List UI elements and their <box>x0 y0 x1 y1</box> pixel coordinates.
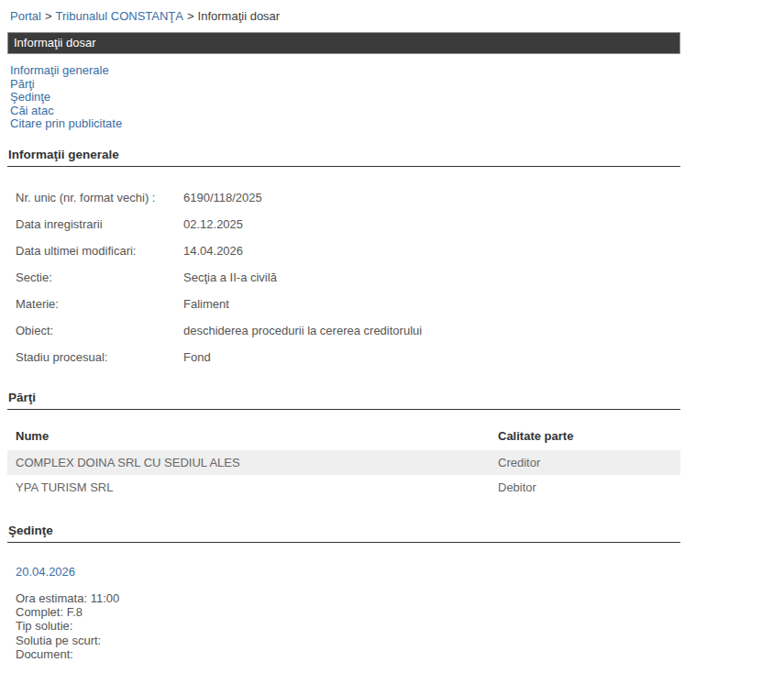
field-value: Faliment <box>183 297 229 311</box>
nav-link-sedinte[interactable]: Şedinţe <box>10 91 50 105</box>
nav-link-informatii-generale[interactable]: Informaţii generale <box>10 64 109 78</box>
party-role: Creditor <box>498 456 680 469</box>
breadcrumb: Portal>Tribunalul CONSTANŢA>Informaţii d… <box>10 9 688 23</box>
field-row-data-inregistrarii: Data inregistrarii 02.12.2025 <box>7 211 680 237</box>
party-name: COMPLEX DOINA SRL CU SEDIUL ALES <box>7 456 498 469</box>
field-row-obiect: Obiect: deschiderea procedurii la cerere… <box>7 317 680 344</box>
field-row-stadiu-procesual: Stadiu procesual: Fond <box>7 344 680 370</box>
hearing-detail-tip-solutie: Tip solutie: <box>16 619 688 633</box>
field-label: Data ultimei modificari: <box>16 244 183 258</box>
hearing-date-link[interactable]: 20.04.2026 <box>16 565 75 579</box>
hearing-detail-document: Document: <box>16 647 688 661</box>
field-row-nr-unic: Nr. unic (nr. format vechi) : 6190/118/2… <box>7 184 680 211</box>
field-label: Stadiu procesual: <box>16 350 183 364</box>
nav-link-citare-prin-publicitate[interactable]: Citare prin publicitate <box>10 117 122 131</box>
breadcrumb-link-court[interactable]: Tribunalul CONSTANŢA <box>56 9 183 23</box>
page-title: Informaţii dosar <box>14 36 96 50</box>
table-row: COMPLEX DOINA SRL CU SEDIUL ALES Credito… <box>7 450 680 475</box>
table-row: YPA TURISM SRL Debitor <box>7 475 680 500</box>
breadcrumb-link-portal[interactable]: Portal <box>10 9 41 23</box>
section-nav: Informaţii generale Părţi Şedinţe Căi at… <box>10 64 688 131</box>
page-title-bar: Informaţii dosar <box>7 32 680 54</box>
field-label: Data inregistrarii <box>16 217 183 231</box>
field-label: Sectie: <box>16 270 183 284</box>
hearing-detail-complet: Complet: F.8 <box>16 605 688 619</box>
hearing-item: 20.04.2026 Ora estimata: 11:00 Complet: … <box>7 565 688 661</box>
field-value: Fond <box>183 350 211 364</box>
hearing-detail-ora-estimata: Ora estimata: 11:00 <box>16 591 688 605</box>
field-label: Materie: <box>16 297 183 311</box>
field-value: Secţia a II-a civilă <box>183 270 277 284</box>
breadcrumb-current: Informaţii dosar <box>198 9 281 23</box>
field-value: 02.12.2025 <box>183 217 243 231</box>
column-header-calitate-parte: Calitate parte <box>498 429 680 443</box>
field-value: 6190/118/2025 <box>183 191 262 204</box>
nav-link-cai-atac[interactable]: Căi atac <box>10 105 54 118</box>
section-title-sedinte: Şedinţe <box>7 524 680 543</box>
field-label: Obiect: <box>16 324 183 337</box>
section-title-parti: Părţi <box>7 391 680 410</box>
hearing-details: Ora estimata: 11:00 Complet: F.8 Tip sol… <box>16 591 688 661</box>
column-header-nume: Nume <box>7 429 498 443</box>
party-name: YPA TURISM SRL <box>7 480 498 494</box>
parties-table: Nume Calitate parte COMPLEX DOINA SRL CU… <box>7 422 680 500</box>
nav-link-parti[interactable]: Părţi <box>10 78 35 92</box>
parties-table-header: Nume Calitate parte <box>7 422 680 450</box>
field-row-data-ultimei-modificari: Data ultimei modificari: 14.04.2026 <box>7 237 680 264</box>
breadcrumb-separator: > <box>45 9 52 23</box>
section-title-informatii-generale: Informaţii generale <box>7 148 680 167</box>
hearing-detail-solutia-pe-scurt: Solutia pe scurt: <box>16 634 688 647</box>
field-label: Nr. unic (nr. format vechi) : <box>16 191 183 204</box>
case-details-page: Portal>Tribunalul CONSTANŢA>Informaţii d… <box>0 0 688 661</box>
general-info-fields: Nr. unic (nr. format vechi) : 6190/118/2… <box>7 184 688 370</box>
field-row-sectie: Sectie: Secţia a II-a civilă <box>7 264 680 291</box>
party-role: Debitor <box>498 480 680 494</box>
field-value: 14.04.2026 <box>183 244 243 258</box>
breadcrumb-separator: > <box>187 9 194 23</box>
field-row-materie: Materie: Faliment <box>7 291 680 317</box>
field-value: deschiderea procedurii la cererea credit… <box>183 324 422 337</box>
